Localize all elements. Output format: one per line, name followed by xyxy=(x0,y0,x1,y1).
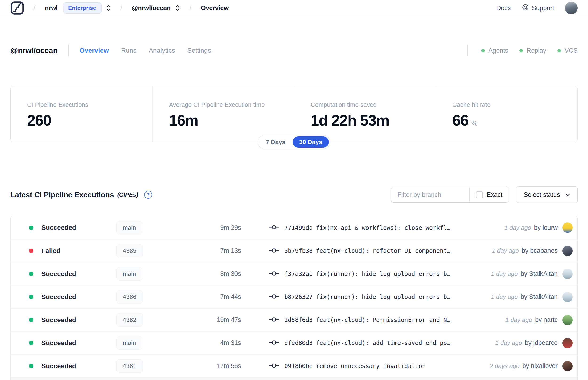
support-link[interactable]: Support xyxy=(522,4,554,13)
status-label: Succeeded xyxy=(41,316,76,324)
status-dot xyxy=(29,364,33,368)
branch-badge[interactable]: 4386 xyxy=(116,290,143,304)
branch-badge[interactable]: 4382 xyxy=(116,313,143,327)
stat-label: CI Pipeline Executions xyxy=(27,101,152,108)
time-ago: 2 days ago xyxy=(490,362,520,370)
row-avatar[interactable] xyxy=(562,269,573,279)
time-ago: 1 day ago xyxy=(504,224,531,231)
commit-message: feat(nx-cloud): PermissionError and N… xyxy=(316,317,450,323)
table-row[interactable]: Succeeded main 9m 29s 771499dafix(nx-api… xyxy=(11,216,577,239)
divider xyxy=(467,45,468,57)
org-selector-chevrons-icon[interactable] xyxy=(106,4,111,12)
branch-filter-input[interactable] xyxy=(391,191,470,198)
author: by lourw xyxy=(534,224,558,231)
section-title: Latest CI Pipeline Executions xyxy=(10,190,114,199)
next-row-partial xyxy=(11,378,577,380)
workspace-header: @nrwl/ocean Overview Runs Analytics Sett… xyxy=(10,44,578,57)
tab-runs[interactable]: Runs xyxy=(121,47,136,54)
status-label: Succeeded xyxy=(41,293,76,301)
branch-badge[interactable]: main xyxy=(116,336,142,350)
commit-text[interactable]: f37a32aefix(runner): hide log upload err… xyxy=(284,270,450,277)
branch-badge[interactable]: 4381 xyxy=(116,359,143,373)
divider xyxy=(68,44,69,57)
table-row[interactable]: Succeeded main 8m 30s f37a32aefix(runner… xyxy=(11,262,577,285)
time-ago: 1 day ago xyxy=(491,293,518,301)
commit-hash: 771499da xyxy=(284,224,313,231)
status-dot xyxy=(29,318,33,322)
range-option-7-days[interactable]: 7 Days xyxy=(259,136,292,148)
commit-text[interactable]: b8726327fix(runner): hide log upload err… xyxy=(284,293,450,300)
status-dot xyxy=(29,272,33,276)
branch-badge[interactable]: 4385 xyxy=(116,244,143,258)
tab-analytics[interactable]: Analytics xyxy=(149,47,175,54)
stat-computation-time-saved: Computation time saved 1d 22h 53m xyxy=(294,86,436,142)
row-avatar[interactable] xyxy=(562,292,573,302)
commit-text[interactable]: 2d58f6d3feat(nx-cloud): PermissionError … xyxy=(284,317,450,323)
author: by StalkAltan xyxy=(520,293,558,301)
indicator-label: Agents xyxy=(488,47,508,54)
row-avatar[interactable] xyxy=(562,315,573,325)
commit-message: fix(runner): hide log upload errors b… xyxy=(316,293,450,300)
table-row[interactable]: Failed 4385 7m 13s 3b79fb38feat(nx-cloud… xyxy=(11,239,577,262)
breadcrumb-workspace[interactable]: @nrwl/ocean xyxy=(132,4,171,12)
commit-text[interactable]: 3b79fb38feat(nx-cloud): refactor UI comp… xyxy=(284,247,450,254)
breadcrumb-separator: / xyxy=(189,4,191,12)
page-title: @nrwl/ocean xyxy=(10,46,58,55)
cipe-filter-controls: Exact Select status xyxy=(391,187,578,203)
commit-message: feat(nx-cloud): add time-saved end po… xyxy=(316,340,450,346)
exact-checkbox[interactable] xyxy=(476,191,483,198)
status-dot xyxy=(29,295,33,299)
help-icon[interactable]: ? xyxy=(144,191,152,199)
commit-text[interactable]: 771499dafix(nx-api & workflows): close w… xyxy=(284,224,450,231)
commit-text[interactable]: dfed80d3feat(nx-cloud): add time-saved e… xyxy=(284,340,450,346)
indicator-vcs[interactable]: VCS xyxy=(557,47,578,54)
commit-icon xyxy=(269,340,279,346)
stat-label: Cache hit rate xyxy=(453,101,578,108)
range-option-30-days[interactable]: 30 Days xyxy=(293,136,329,148)
table-row[interactable]: Succeeded 4381 17m 55s 0918b0beremove un… xyxy=(11,354,577,378)
breadcrumb-page[interactable]: Overview xyxy=(201,4,229,12)
stat-value: 1d 22h 53m xyxy=(311,112,389,129)
table-row[interactable]: Succeeded main 4m 31s dfed80d3feat(nx-cl… xyxy=(11,331,577,354)
feature-status-indicators: Agents Replay VCS xyxy=(467,45,578,57)
breadcrumb-org[interactable]: nrwl xyxy=(45,4,58,12)
commit-icon xyxy=(269,294,279,300)
stat-label: Average CI Pipeline Execution time xyxy=(169,101,294,108)
branch-filter-group: Exact xyxy=(391,187,509,203)
commit-hash: dfed80d3 xyxy=(284,340,313,346)
commit-hash: b8726327 xyxy=(284,293,313,300)
docs-link[interactable]: Docs xyxy=(496,4,511,12)
workspace-tabs: Overview Runs Analytics Settings xyxy=(79,47,211,54)
branch-badge[interactable]: main xyxy=(116,221,142,234)
commit-icon xyxy=(269,225,279,230)
row-avatar[interactable] xyxy=(562,361,573,371)
table-row[interactable]: Succeeded 4386 7m 44s b8726327fix(runner… xyxy=(11,285,577,308)
workspace-selector-chevrons-icon[interactable] xyxy=(175,4,180,12)
table-row[interactable]: Succeeded 4382 19m 47s 2d58f6d3feat(nx-c… xyxy=(11,308,577,331)
date-range-toggle: 7 Days 30 Days xyxy=(258,135,330,149)
row-avatar[interactable] xyxy=(562,338,573,348)
time-ago: 1 day ago xyxy=(492,247,519,254)
select-status-button[interactable]: Select status xyxy=(516,187,578,203)
stat-label: Computation time saved xyxy=(311,101,436,108)
indicator-replay[interactable]: Replay xyxy=(519,47,546,54)
duration: 9m 29s xyxy=(187,224,241,231)
branch-badge[interactable]: main xyxy=(116,267,142,281)
tab-overview[interactable]: Overview xyxy=(79,47,109,54)
nx-cloud-logo-icon[interactable] xyxy=(10,1,24,15)
row-avatar[interactable] xyxy=(562,246,573,256)
author: by jdpearce xyxy=(525,339,558,347)
enterprise-badge[interactable]: Enterprise xyxy=(63,2,102,14)
duration: 19m 47s xyxy=(187,316,241,323)
tab-settings[interactable]: Settings xyxy=(187,47,211,54)
exact-toggle[interactable]: Exact xyxy=(470,191,509,198)
row-avatar[interactable] xyxy=(562,223,573,233)
indicator-agents[interactable]: Agents xyxy=(481,47,508,54)
green-status-dot xyxy=(481,49,485,53)
author: by nixallover xyxy=(522,362,558,370)
stats-summary-card: CI Pipeline Executions 260 Average CI Pi… xyxy=(10,86,578,142)
user-avatar[interactable] xyxy=(565,2,578,14)
duration: 7m 44s xyxy=(187,293,241,301)
commit-icon xyxy=(269,363,279,369)
commit-text[interactable]: 0918b0beremove unnecessary invalidation xyxy=(284,362,426,369)
